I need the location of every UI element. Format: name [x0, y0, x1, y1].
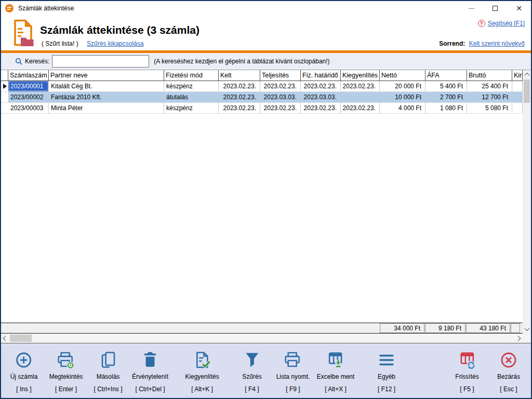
column-header[interactable]: Kin [512, 70, 523, 81]
column-header[interactable]: Kiegyenlítés [341, 70, 380, 81]
table-header-row: SzámlaszámPartner neveFizetési módKeltTe… [1, 70, 523, 81]
table-cell[interactable]: 2023.02.23. [341, 81, 380, 91]
horizontal-scrollbar[interactable] [1, 334, 531, 343]
table-cell[interactable]: 2023/00001 [8, 81, 49, 91]
toolbar-button-key: [ F5 ] [460, 385, 474, 393]
column-header[interactable]: Számlaszám [8, 70, 49, 81]
minimize-button[interactable] [459, 1, 483, 16]
table-cell[interactable]: 12 700 Ft [467, 92, 512, 102]
column-header[interactable]: Bruttó [467, 70, 512, 81]
scroll-up-button[interactable] [523, 70, 531, 79]
table-cell[interactable]: 2023.02.23. [219, 92, 260, 102]
sort-label: Sorrend: [439, 40, 465, 47]
vertical-scrollbar[interactable] [523, 70, 531, 334]
toolbar-button-label: Excelbe ment [317, 373, 355, 380]
table-cell[interactable]: 25 400 Ft [467, 81, 512, 91]
app-icon [5, 4, 14, 12]
table-cell[interactable]: 2023.02.23. [219, 103, 260, 113]
column-header[interactable]: Fizetési mód [164, 70, 219, 81]
filtered-list-note: ( Szűrt lista! ) [42, 40, 78, 47]
column-header[interactable]: ÁFA [425, 70, 467, 81]
table-cell[interactable]: 2023.02.23. [301, 103, 341, 113]
invoice-table: SzámlaszámPartner neveFizetési módKeltTe… [1, 70, 531, 334]
table-cell[interactable]: készpénz [164, 103, 219, 113]
table-cell[interactable] [341, 92, 380, 102]
search-input[interactable] [52, 55, 149, 68]
printer-view-icon [56, 350, 76, 370]
table-cell[interactable]: átutalás [164, 92, 219, 102]
column-header[interactable]: Fiz. határidő [301, 70, 341, 81]
table-cell[interactable]: 2023.02.23. [341, 103, 380, 113]
help-icon: ? [478, 20, 485, 27]
printer-icon [283, 350, 303, 370]
table-cell[interactable]: 20 000 Ft [380, 81, 425, 91]
scroll-down-button[interactable] [523, 325, 531, 334]
toolbar-button-funnel[interactable]: Szűrés [ F4 ] [242, 350, 261, 393]
toolbar-button-document-check[interactable]: Kiegyenlítés [ Alt+K ] [185, 350, 219, 393]
toolbar-button-close-circle[interactable]: Bezárás [ Esc ] [497, 350, 520, 393]
window-title: Számlák áttekintése [18, 5, 74, 12]
vscroll-thumb[interactable] [524, 79, 530, 103]
toolbar-button-copy[interactable]: Másolás [ Ctrl+Ins ] [94, 350, 122, 393]
close-button[interactable]: ✕ [507, 1, 531, 16]
invoice-document-icon [12, 19, 35, 49]
column-header[interactable]: Nettó [380, 70, 425, 81]
table-row: 2023/00002Fantázia 2010 Kft.átutalás2023… [1, 92, 523, 103]
toolbar-button-printer[interactable]: Lista nyomt. [ F9 ] [276, 350, 310, 393]
table-cell[interactable] [512, 81, 523, 91]
toolbar-button-refresh-table[interactable]: Frissítés [ F5 ] [455, 350, 478, 393]
column-header[interactable]: Teljesítés [260, 70, 301, 81]
hscroll-thumb[interactable] [10, 335, 32, 342]
filter-off-link[interactable]: Szűrés kikapcsolása [87, 40, 143, 47]
copy-icon [99, 350, 117, 370]
table-cell[interactable]: 2023/00003 [8, 103, 49, 113]
table-cell[interactable] [512, 92, 523, 102]
table-cell[interactable]: készpénz [164, 81, 219, 91]
document-check-icon [192, 350, 212, 370]
table-cell[interactable]: 2023.03.03. [260, 92, 301, 102]
table-cell[interactable]: 1 080 Ft [425, 103, 467, 113]
bottom-toolbar: Új számla [ Ins ] Megtekintés [ Enter ] … [1, 343, 531, 398]
column-header[interactable]: Partner neve [49, 70, 164, 81]
table-cell[interactable]: 2023.03.03. [301, 92, 341, 102]
table-cell[interactable]: Kitalált Cég Bt. [49, 81, 164, 91]
sort-link[interactable]: Kelt szerint növekvő [469, 40, 525, 47]
table-cell[interactable]: Minta Péter [49, 103, 164, 113]
scroll-left-button[interactable] [1, 334, 10, 343]
table-row: 2023/00003Minta Péterkészpénz2023.02.23.… [1, 103, 523, 114]
help-link[interactable]: Segítség [F1] [488, 20, 525, 27]
table-cell[interactable]: 5 080 Ft [467, 103, 512, 113]
table-cell[interactable]: 2023.02.23. [260, 103, 301, 113]
plus-circle-icon [15, 350, 33, 370]
maximize-button[interactable] [483, 1, 507, 16]
toolbar-button-menu[interactable]: Egyéb [ F12 ] [377, 350, 396, 393]
table-cell[interactable] [512, 103, 523, 113]
toolbar-button-label: Lista nyomt. [276, 373, 310, 380]
toolbar-button-table-export[interactable]: Excelbe ment [ Alt+X ] [317, 350, 355, 393]
toolbar-button-key: [ Esc ] [500, 385, 517, 393]
close-circle-icon [499, 350, 518, 370]
toolbar-button-key: [ F4 ] [245, 385, 259, 393]
toolbar-button-label: Megtekintés [49, 373, 83, 380]
table-cell[interactable]: 2023.02.23. [260, 81, 301, 91]
table-cell[interactable]: Fantázia 2010 Kft. [49, 92, 164, 102]
table-cell[interactable]: 5 400 Ft [425, 81, 467, 91]
scroll-right-button[interactable] [514, 334, 523, 343]
table-cell[interactable]: 2023.02.23. [219, 81, 260, 91]
toolbar-button-key: [ Alt+X ] [325, 385, 347, 393]
table-cell[interactable]: 2 700 Ft [425, 92, 467, 102]
table-cell[interactable]: 4 000 Ft [380, 103, 425, 113]
refresh-table-icon [457, 350, 477, 370]
total-value [511, 323, 520, 333]
toolbar-button-printer-view[interactable]: Megtekintés [ Enter ] [49, 350, 83, 393]
toolbar-button-key: [ Enter ] [55, 385, 77, 393]
app-window: Számlák áttekintése ✕ Számlák áttekintés… [0, 0, 532, 399]
toolbar-button-label: Érvénytelenít [132, 373, 168, 380]
table-cell[interactable]: 2023.02.23. [301, 81, 341, 91]
table-cell[interactable]: 10 000 Ft [380, 92, 425, 102]
table-cell[interactable]: 2023/00002 [8, 92, 49, 102]
toolbar-button-label: Új számla [10, 373, 38, 380]
toolbar-button-plus-circle[interactable]: Új számla [ Ins ] [10, 350, 38, 393]
toolbar-button-trash[interactable]: Érvénytelenít [ Ctrl+Del ] [132, 350, 168, 393]
column-header[interactable]: Kelt [219, 70, 260, 81]
